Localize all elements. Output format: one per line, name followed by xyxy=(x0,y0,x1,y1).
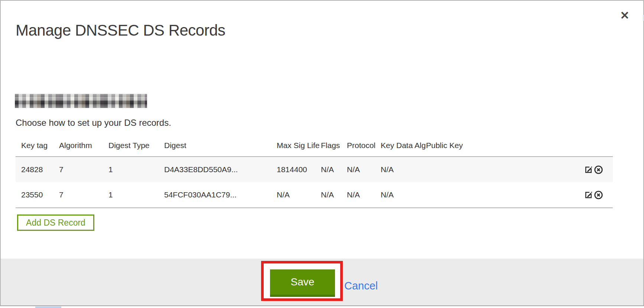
cell-public-key xyxy=(426,157,549,182)
cell-digest-type: 1 xyxy=(108,157,164,182)
delete-record-icon[interactable] xyxy=(594,165,603,174)
cell-key-tag: 24828 xyxy=(16,157,59,182)
header-digest: Digest xyxy=(164,137,277,157)
delete-record-icon[interactable] xyxy=(594,190,603,200)
cell-max-sig-life: 1814400 xyxy=(277,157,321,182)
add-ds-record-button[interactable]: Add DS Record xyxy=(17,214,94,231)
screenshot-page: Manage DNSSEC DS Records ✕ Choose how to… xyxy=(0,0,644,308)
cell-key-data-alg: N/A xyxy=(381,182,426,208)
table-row: 23550 7 1 54FCF030AA1C79... N/A N/A N/A … xyxy=(16,182,613,208)
table-header-row: Key tag Algorithm Digest Type Digest Max… xyxy=(16,137,613,157)
cell-protocol: N/A xyxy=(347,182,381,208)
header-key-tag: Key tag xyxy=(16,137,59,157)
ds-records-table: Key tag Algorithm Digest Type Digest Max… xyxy=(16,137,613,208)
manage-dnssec-dialog: Manage DNSSEC DS Records ✕ Choose how to… xyxy=(0,0,644,306)
header-protocol: Protocol xyxy=(347,137,381,157)
cancel-link[interactable]: Cancel xyxy=(344,280,378,292)
cell-protocol: N/A xyxy=(347,157,381,182)
header-algorithm: Algorithm xyxy=(59,137,108,157)
cell-key-tag: 23550 xyxy=(16,182,59,208)
cell-algorithm: 7 xyxy=(59,182,108,208)
cell-key-data-alg: N/A xyxy=(381,157,426,182)
cell-digest-type: 1 xyxy=(108,182,164,208)
edit-record-icon[interactable] xyxy=(584,190,593,200)
header-digest-type: Digest Type xyxy=(108,137,164,157)
cell-algorithm: 7 xyxy=(59,157,108,182)
cell-flags: N/A xyxy=(321,182,347,208)
table-row: 24828 7 1 D4A33E8DD550A9... 1814400 N/A … xyxy=(16,157,613,182)
header-max-sig-life: Max Sig Life xyxy=(277,137,321,157)
row-actions xyxy=(549,157,613,182)
edit-record-icon[interactable] xyxy=(584,165,593,174)
domain-name-redacted xyxy=(15,94,147,108)
cell-public-key xyxy=(426,182,549,208)
cell-max-sig-life: N/A xyxy=(277,182,321,208)
header-key-data-alg: Key Data Alg xyxy=(381,137,426,157)
header-public-key: Public Key xyxy=(426,137,549,157)
row-actions xyxy=(549,182,613,208)
close-icon[interactable]: ✕ xyxy=(618,9,631,22)
header-flags: Flags xyxy=(321,137,347,157)
header-actions xyxy=(549,137,613,157)
cell-digest: 54FCF030AA1C79... xyxy=(164,182,277,208)
background-artifact xyxy=(35,307,61,308)
cell-flags: N/A xyxy=(321,157,347,182)
instruction-text: Choose how to set up your DS records. xyxy=(16,118,171,128)
dialog-title: Manage DNSSEC DS Records xyxy=(16,22,225,39)
cell-digest: D4A33E8DD550A9... xyxy=(164,157,277,182)
save-button[interactable]: Save xyxy=(270,269,335,297)
